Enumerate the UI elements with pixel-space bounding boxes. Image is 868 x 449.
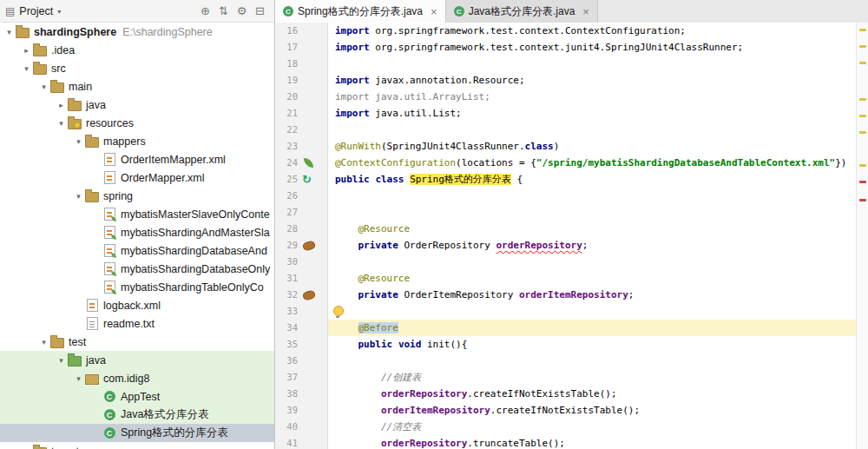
line-number[interactable]: 20 bbox=[275, 89, 298, 105]
tree-item[interactable]: ▾mappers bbox=[0, 132, 274, 150]
chevron-down-icon[interactable]: ▾ bbox=[56, 119, 67, 128]
tree-item[interactable]: ▸java bbox=[0, 96, 274, 114]
editor-tab[interactable]: CSpring格式的分库分表.java× bbox=[275, 0, 446, 23]
editor[interactable]: 16import org.springframework.test.contex… bbox=[275, 23, 868, 449]
line-number[interactable]: 40 bbox=[275, 419, 298, 435]
line-number[interactable]: 21 bbox=[275, 105, 298, 122]
chevron-right-icon[interactable]: ▸ bbox=[56, 101, 67, 109]
tree-item[interactable]: CSpring格式的分库分表 bbox=[0, 424, 274, 442]
code-line[interactable]: 31 @Resource bbox=[275, 270, 857, 287]
line-number[interactable]: 16 bbox=[275, 23, 298, 39]
tree-item[interactable]: CJava格式分库分表 bbox=[0, 406, 274, 424]
line-number[interactable]: 33 bbox=[275, 303, 298, 320]
tree-item[interactable]: mybatisShardingTableOnlyCo bbox=[0, 278, 274, 296]
hide-panel-icon[interactable]: ⊟ bbox=[251, 4, 269, 17]
code-line[interactable]: 27 bbox=[275, 204, 857, 221]
spring-bean-icon[interactable] bbox=[302, 240, 316, 251]
line-number[interactable]: 35 bbox=[275, 336, 298, 353]
project-panel-title[interactable]: Project bbox=[19, 5, 53, 17]
tree-item[interactable]: CAppTest bbox=[0, 387, 274, 406]
tree-item[interactable]: ▾spring bbox=[0, 187, 274, 205]
red-stripe-mark[interactable] bbox=[859, 199, 866, 201]
code-line[interactable]: 37 //创建表 bbox=[275, 369, 857, 386]
line-number[interactable]: 38 bbox=[275, 386, 298, 402]
chevron-right-icon[interactable]: ▸ bbox=[21, 46, 32, 55]
run-test-icon[interactable]: ↻ bbox=[302, 171, 312, 188]
chevron-down-icon[interactable]: ▾ bbox=[38, 83, 49, 91]
line-number[interactable]: 37 bbox=[275, 369, 298, 386]
code-line[interactable]: 18 bbox=[275, 56, 857, 72]
code-line[interactable]: 30 bbox=[275, 254, 857, 270]
tree-item[interactable]: ▾src bbox=[0, 59, 274, 77]
code-line[interactable]: 38 orderRepository.createIfNotExistsTabl… bbox=[275, 386, 857, 402]
line-number[interactable]: 26 bbox=[275, 188, 298, 204]
yellow-stripe-mark[interactable] bbox=[859, 62, 866, 64]
lightbulb-icon[interactable] bbox=[333, 306, 344, 316]
code-line[interactable]: 33 bbox=[275, 303, 857, 320]
collapse-all-icon[interactable]: ⇅ bbox=[214, 4, 233, 17]
chevron-down-icon[interactable]: ▾ bbox=[73, 374, 84, 383]
code-line[interactable]: 28 @Resource bbox=[275, 221, 857, 237]
line-number[interactable]: 27 bbox=[275, 204, 298, 221]
yellow-stripe-mark[interactable] bbox=[859, 45, 866, 48]
tree-item[interactable]: ▸.idea bbox=[0, 41, 274, 59]
settings-icon[interactable]: ⚙ bbox=[233, 4, 251, 17]
code-line[interactable]: 40 //清空表 bbox=[275, 419, 857, 435]
line-number[interactable]: 32 bbox=[275, 287, 298, 303]
chevron-down-icon[interactable]: ▾ bbox=[3, 28, 15, 36]
chevron-down-icon[interactable]: ▾ bbox=[57, 8, 61, 16]
line-number[interactable]: 30 bbox=[275, 254, 298, 270]
tree-item[interactable]: ▾com.idig8 bbox=[0, 369, 274, 387]
chevron-down-icon[interactable]: ▾ bbox=[21, 64, 32, 73]
tree-item[interactable]: readme.txt bbox=[0, 314, 274, 333]
tree-item[interactable]: mybatisShardingDatabaseAnd bbox=[0, 241, 274, 260]
code-line[interactable]: 23@RunWith(SpringJUnit4ClassRunner.class… bbox=[275, 138, 857, 155]
yellow-stripe-mark[interactable] bbox=[859, 164, 866, 167]
tree-item[interactable]: OrderItemMapper.xml bbox=[0, 150, 274, 168]
line-number[interactable]: 23 bbox=[275, 138, 298, 155]
close-icon[interactable]: × bbox=[431, 6, 437, 17]
tree-item[interactable]: ▾java bbox=[0, 351, 274, 369]
code-line[interactable]: 26 bbox=[275, 188, 857, 204]
tree-item[interactable]: ▾shardingSphereE:\shardingSphere bbox=[0, 23, 274, 41]
close-icon[interactable]: × bbox=[582, 6, 589, 17]
chevron-down-icon[interactable]: ▾ bbox=[73, 192, 84, 201]
line-number[interactable]: 25 bbox=[275, 171, 298, 188]
tree-item[interactable]: OrderMapper.xml bbox=[0, 168, 274, 187]
line-number[interactable]: 31 bbox=[275, 270, 298, 287]
spring-bean-icon[interactable] bbox=[302, 289, 316, 300]
editor-tab[interactable]: CJava格式分库分表.java× bbox=[446, 0, 598, 23]
yellow-stripe-mark[interactable] bbox=[859, 115, 866, 117]
code-line[interactable]: 39 orderItemRepository.createIfNotExists… bbox=[275, 402, 857, 419]
code-line[interactable]: 25↻public class Spring格式的分库分表 { bbox=[275, 171, 857, 188]
line-number[interactable]: 19 bbox=[275, 72, 298, 89]
tree-item[interactable]: mybatisMasterSlaveOnlyConte bbox=[0, 205, 274, 223]
code-line[interactable]: 29 private OrderRepository orderReposito… bbox=[275, 237, 857, 254]
red-stripe-mark[interactable] bbox=[859, 181, 866, 183]
yellow-stripe-mark[interactable] bbox=[859, 131, 866, 134]
yellow-stripe-mark[interactable] bbox=[859, 29, 866, 31]
code-line[interactable]: 16import org.springframework.test.contex… bbox=[275, 23, 857, 39]
chevron-down-icon[interactable]: ▾ bbox=[38, 338, 49, 347]
code-line[interactable]: 24@ContextConfiguration(locations = {"/s… bbox=[275, 155, 857, 171]
yellow-stripe-mark[interactable] bbox=[859, 98, 866, 101]
tree-item[interactable]: ▾resources bbox=[0, 114, 274, 132]
spring-leaf-icon[interactable] bbox=[304, 158, 313, 168]
line-number[interactable]: 17 bbox=[275, 39, 298, 56]
code-line[interactable]: 36 bbox=[275, 353, 857, 369]
tree-item[interactable]: mybatisShardingAndMasterSla bbox=[0, 223, 274, 241]
tree-item[interactable]: ▾main bbox=[0, 77, 274, 96]
code-line[interactable]: 19import javax.annotation.Resource; bbox=[275, 72, 857, 89]
code-line[interactable]: 32 private OrderItemRepository orderItem… bbox=[275, 287, 857, 303]
line-number[interactable]: 39 bbox=[275, 402, 298, 419]
line-number[interactable]: 18 bbox=[275, 56, 298, 72]
error-stripe[interactable] bbox=[856, 23, 868, 449]
line-number[interactable]: 41 bbox=[275, 435, 298, 449]
line-number[interactable]: 36 bbox=[275, 353, 298, 369]
line-number[interactable]: 29 bbox=[275, 237, 298, 254]
line-number[interactable]: 28 bbox=[275, 221, 298, 237]
chevron-down-icon[interactable]: ▾ bbox=[73, 137, 84, 146]
chevron-down-icon[interactable]: ▾ bbox=[56, 356, 67, 365]
line-number[interactable]: 22 bbox=[275, 122, 298, 138]
line-number[interactable]: 24 bbox=[275, 155, 298, 171]
